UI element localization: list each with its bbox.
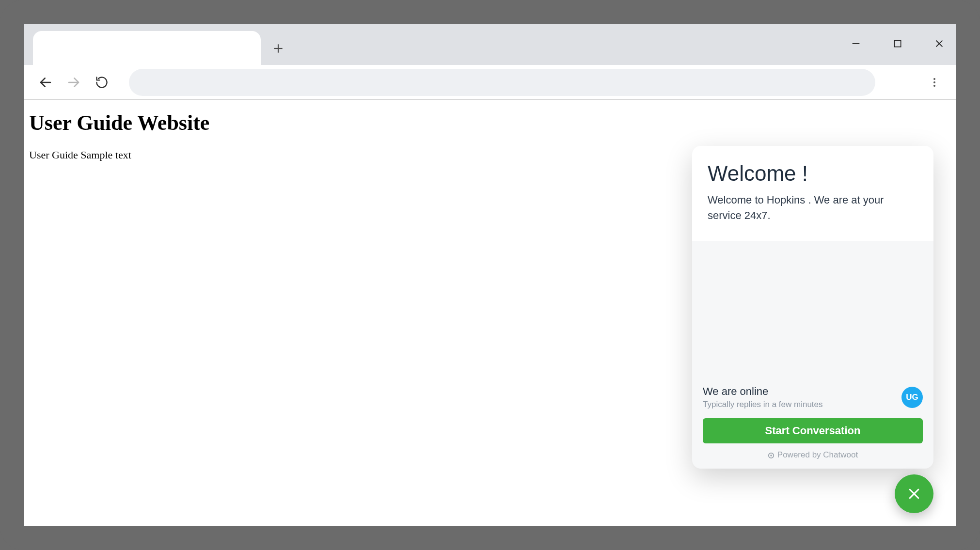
chat-toggle-button[interactable] — [895, 474, 933, 513]
chat-status-text: We are online Typically replies in a few… — [703, 385, 823, 409]
close-icon — [934, 38, 945, 49]
browser-window: User Guide Website User Guide Sample tex… — [24, 24, 956, 526]
window-controls — [845, 33, 950, 54]
chat-reply-time: Typically replies in a few minutes — [703, 400, 823, 409]
svg-rect-3 — [894, 40, 901, 47]
maximize-icon — [893, 39, 902, 48]
chat-footer: We are online Typically replies in a few… — [692, 376, 933, 469]
svg-point-8 — [933, 78, 935, 80]
agent-avatar: UG — [901, 387, 923, 408]
svg-point-9 — [933, 81, 935, 83]
reload-icon — [95, 76, 109, 89]
browser-menu-button[interactable] — [925, 73, 944, 92]
minimize-icon — [851, 38, 861, 49]
svg-point-10 — [933, 85, 935, 87]
powered-by-text: Powered by Chatwoot — [777, 450, 858, 460]
device-frame: User Guide Website User Guide Sample tex… — [0, 0, 980, 550]
chat-body — [692, 241, 933, 376]
forward-button[interactable] — [64, 73, 83, 92]
close-icon — [907, 487, 921, 501]
more-vertical-icon — [929, 77, 940, 88]
plus-icon — [272, 42, 285, 55]
powered-by[interactable]: Powered by Chatwoot — [703, 450, 923, 460]
back-button[interactable] — [36, 73, 55, 92]
arrow-right-icon — [66, 75, 81, 90]
maximize-button[interactable] — [887, 33, 908, 54]
svg-point-12 — [770, 455, 772, 456]
browser-tab[interactable] — [33, 31, 261, 65]
chat-online-label: We are online — [703, 385, 823, 398]
chatwoot-logo-icon — [768, 452, 775, 458]
chat-welcome-title: Welcome ! — [708, 161, 918, 186]
chat-status-row: We are online Typically replies in a few… — [703, 385, 923, 409]
start-conversation-button[interactable]: Start Conversation — [703, 418, 923, 443]
page-title: User Guide Website — [29, 110, 951, 135]
toolbar — [24, 65, 956, 100]
arrow-left-icon — [38, 75, 53, 90]
reload-button[interactable] — [92, 73, 111, 92]
minimize-button[interactable] — [845, 33, 867, 54]
new-tab-button[interactable] — [267, 37, 290, 60]
chat-header: Welcome ! Welcome to Hopkins . We are at… — [692, 146, 933, 241]
chat-widget: Welcome ! Welcome to Hopkins . We are at… — [692, 146, 933, 469]
chat-welcome-text: Welcome to Hopkins . We are at your serv… — [708, 192, 918, 223]
close-window-button[interactable] — [929, 33, 950, 54]
address-bar[interactable] — [129, 69, 875, 96]
tab-strip — [24, 24, 956, 65]
